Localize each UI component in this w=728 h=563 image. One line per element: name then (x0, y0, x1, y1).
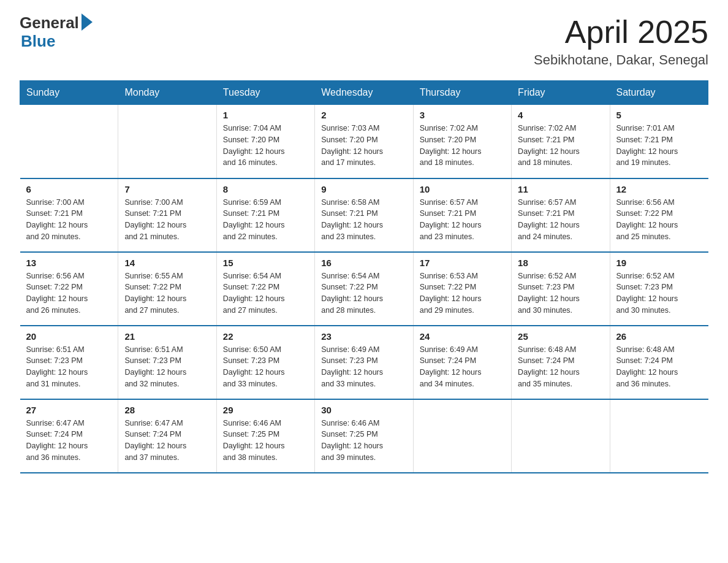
day-info: Sunrise: 6:48 AMSunset: 7:24 PMDaylight:… (518, 344, 603, 390)
day-number: 14 (124, 258, 210, 268)
logo: General Blue (20, 15, 93, 51)
day-number: 5 (616, 110, 702, 120)
weekday-header-tuesday: Tuesday (216, 81, 314, 105)
day-number: 21 (124, 331, 210, 342)
day-number: 6 (26, 184, 112, 194)
week-row-5: 27Sunrise: 6:47 AMSunset: 7:24 PMDayligh… (20, 399, 708, 473)
day-number: 22 (223, 331, 308, 342)
day-number: 13 (26, 258, 112, 268)
day-number: 15 (223, 258, 308, 268)
day-number: 17 (420, 258, 505, 268)
day-number: 26 (616, 331, 702, 342)
calendar-cell: 10Sunrise: 6:57 AMSunset: 7:21 PMDayligh… (413, 178, 511, 252)
calendar-cell: 9Sunrise: 6:58 AMSunset: 7:21 PMDaylight… (315, 178, 413, 252)
week-row-3: 13Sunrise: 6:56 AMSunset: 7:22 PMDayligh… (20, 252, 708, 326)
weekday-header-sunday: Sunday (20, 81, 118, 105)
calendar-cell: 27Sunrise: 6:47 AMSunset: 7:24 PMDayligh… (20, 399, 118, 473)
day-info: Sunrise: 6:46 AMSunset: 7:25 PMDaylight:… (223, 418, 308, 464)
calendar-cell: 29Sunrise: 6:46 AMSunset: 7:25 PMDayligh… (216, 399, 314, 473)
calendar-cell: 6Sunrise: 7:00 AMSunset: 7:21 PMDaylight… (20, 178, 118, 252)
day-info: Sunrise: 6:57 AMSunset: 7:21 PMDaylight:… (420, 197, 505, 243)
day-info: Sunrise: 6:51 AMSunset: 7:23 PMDaylight:… (124, 344, 210, 390)
calendar-cell: 16Sunrise: 6:54 AMSunset: 7:22 PMDayligh… (315, 252, 413, 326)
calendar-body: 1Sunrise: 7:04 AMSunset: 7:20 PMDaylight… (20, 105, 708, 473)
day-info: Sunrise: 6:46 AMSunset: 7:25 PMDaylight:… (321, 418, 406, 464)
calendar-header: SundayMondayTuesdayWednesdayThursdayFrid… (20, 81, 708, 105)
day-info: Sunrise: 6:53 AMSunset: 7:22 PMDaylight:… (420, 270, 505, 316)
day-info: Sunrise: 6:49 AMSunset: 7:24 PMDaylight:… (420, 344, 505, 390)
calendar-cell (413, 399, 511, 473)
calendar-cell: 12Sunrise: 6:56 AMSunset: 7:22 PMDayligh… (610, 178, 708, 252)
weekday-header-thursday: Thursday (413, 81, 511, 105)
calendar-cell: 30Sunrise: 6:46 AMSunset: 7:25 PMDayligh… (315, 399, 413, 473)
day-info: Sunrise: 7:04 AMSunset: 7:20 PMDaylight:… (223, 123, 308, 169)
calendar-table: SundayMondayTuesdayWednesdayThursdayFrid… (20, 80, 708, 473)
title-block: April 2025 Sebikhotane, Dakar, Senegal (534, 15, 708, 68)
calendar-cell (512, 399, 610, 473)
calendar-cell: 13Sunrise: 6:56 AMSunset: 7:22 PMDayligh… (20, 252, 118, 326)
day-number: 3 (420, 110, 505, 120)
calendar-cell: 21Sunrise: 6:51 AMSunset: 7:23 PMDayligh… (118, 326, 216, 399)
calendar-cell (20, 105, 118, 178)
calendar-cell: 14Sunrise: 6:55 AMSunset: 7:22 PMDayligh… (118, 252, 216, 326)
calendar-cell: 4Sunrise: 7:02 AMSunset: 7:21 PMDaylight… (512, 105, 610, 178)
week-row-1: 1Sunrise: 7:04 AMSunset: 7:20 PMDaylight… (20, 105, 708, 178)
calendar-cell: 26Sunrise: 6:48 AMSunset: 7:24 PMDayligh… (610, 326, 708, 399)
day-info: Sunrise: 6:47 AMSunset: 7:24 PMDaylight:… (26, 418, 112, 464)
logo-blue-text: Blue (21, 32, 55, 51)
day-number: 23 (321, 331, 406, 342)
day-info: Sunrise: 7:01 AMSunset: 7:21 PMDaylight:… (616, 123, 702, 169)
calendar-cell: 25Sunrise: 6:48 AMSunset: 7:24 PMDayligh… (512, 326, 610, 399)
day-info: Sunrise: 6:57 AMSunset: 7:21 PMDaylight:… (518, 197, 603, 243)
weekday-header-monday: Monday (118, 81, 216, 105)
calendar-cell: 17Sunrise: 6:53 AMSunset: 7:22 PMDayligh… (413, 252, 511, 326)
day-info: Sunrise: 6:56 AMSunset: 7:22 PMDaylight:… (616, 197, 702, 243)
day-info: Sunrise: 7:00 AMSunset: 7:21 PMDaylight:… (124, 197, 210, 243)
day-number: 7 (124, 184, 210, 194)
day-info: Sunrise: 6:52 AMSunset: 7:23 PMDaylight:… (616, 270, 702, 316)
day-number: 2 (321, 110, 406, 120)
day-info: Sunrise: 6:47 AMSunset: 7:24 PMDaylight:… (124, 418, 210, 464)
day-number: 12 (616, 184, 702, 194)
calendar-cell: 22Sunrise: 6:50 AMSunset: 7:23 PMDayligh… (216, 326, 314, 399)
day-number: 20 (26, 331, 112, 342)
calendar-cell: 1Sunrise: 7:04 AMSunset: 7:20 PMDaylight… (216, 105, 314, 178)
day-info: Sunrise: 6:52 AMSunset: 7:23 PMDaylight:… (518, 270, 603, 316)
weekday-header-row: SundayMondayTuesdayWednesdayThursdayFrid… (20, 81, 708, 105)
logo-arrow-icon (82, 13, 93, 31)
weekday-header-wednesday: Wednesday (315, 81, 413, 105)
calendar-cell (610, 399, 708, 473)
day-info: Sunrise: 6:54 AMSunset: 7:22 PMDaylight:… (321, 270, 406, 316)
day-info: Sunrise: 6:59 AMSunset: 7:21 PMDaylight:… (223, 197, 308, 243)
day-info: Sunrise: 6:56 AMSunset: 7:22 PMDaylight:… (26, 270, 112, 316)
weekday-header-friday: Friday (512, 81, 610, 105)
calendar-cell: 19Sunrise: 6:52 AMSunset: 7:23 PMDayligh… (610, 252, 708, 326)
calendar-cell: 20Sunrise: 6:51 AMSunset: 7:23 PMDayligh… (20, 326, 118, 399)
day-info: Sunrise: 7:02 AMSunset: 7:20 PMDaylight:… (420, 123, 505, 169)
calendar-cell: 5Sunrise: 7:01 AMSunset: 7:21 PMDaylight… (610, 105, 708, 178)
day-number: 9 (321, 184, 406, 194)
location-subtitle: Sebikhotane, Dakar, Senegal (534, 52, 708, 68)
day-info: Sunrise: 6:50 AMSunset: 7:23 PMDaylight:… (223, 344, 308, 390)
calendar-cell: 3Sunrise: 7:02 AMSunset: 7:20 PMDaylight… (413, 105, 511, 178)
page-header: General Blue April 2025 Sebikhotane, Dak… (20, 15, 708, 68)
day-info: Sunrise: 6:58 AMSunset: 7:21 PMDaylight:… (321, 197, 406, 243)
day-number: 28 (124, 405, 210, 415)
calendar-cell: 18Sunrise: 6:52 AMSunset: 7:23 PMDayligh… (512, 252, 610, 326)
day-info: Sunrise: 6:54 AMSunset: 7:22 PMDaylight:… (223, 270, 308, 316)
day-info: Sunrise: 7:02 AMSunset: 7:21 PMDaylight:… (518, 123, 603, 169)
calendar-cell: 8Sunrise: 6:59 AMSunset: 7:21 PMDaylight… (216, 178, 314, 252)
week-row-4: 20Sunrise: 6:51 AMSunset: 7:23 PMDayligh… (20, 326, 708, 399)
day-number: 18 (518, 258, 603, 268)
logo-general-text: General (20, 15, 79, 31)
week-row-2: 6Sunrise: 7:00 AMSunset: 7:21 PMDaylight… (20, 178, 708, 252)
calendar-cell: 24Sunrise: 6:49 AMSunset: 7:24 PMDayligh… (413, 326, 511, 399)
day-info: Sunrise: 6:51 AMSunset: 7:23 PMDaylight:… (26, 344, 112, 390)
day-number: 19 (616, 258, 702, 268)
day-info: Sunrise: 7:00 AMSunset: 7:21 PMDaylight:… (26, 197, 112, 243)
day-info: Sunrise: 6:48 AMSunset: 7:24 PMDaylight:… (616, 344, 702, 390)
day-number: 8 (223, 184, 308, 194)
day-info: Sunrise: 6:49 AMSunset: 7:23 PMDaylight:… (321, 344, 406, 390)
day-number: 24 (420, 331, 505, 342)
weekday-header-saturday: Saturday (610, 81, 708, 105)
